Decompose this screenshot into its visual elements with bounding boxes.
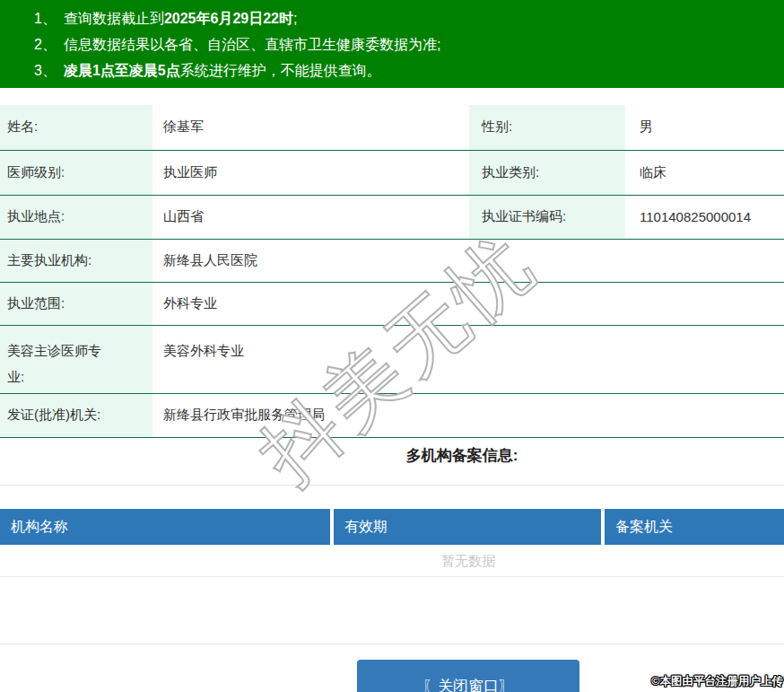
records-col-authority: 备案机关 [605, 509, 784, 545]
practice-scope-value: 外科专业 [152, 282, 784, 325]
records-section-title-text: 多机构备案信息: [406, 447, 518, 464]
notice-item: 2、信息数据结果以各省、自治区、直辖市卫生健康委数据为准; [34, 31, 775, 57]
notice-text: 系统进行维护，不能提供查询。 [180, 63, 381, 78]
table-row: 发证(批准)机关: 新绛县行政审批服务管理局 [0, 393, 784, 437]
table-row: 主要执业机构: 新绛县人民医院 [0, 239, 784, 282]
table-row: 姓名: 徐基军 性别: 男 [0, 105, 784, 150]
practice-location-label: 执业地点: [0, 195, 152, 239]
notice-text-bold: 凌晨1点至凌晨5点 [64, 63, 180, 78]
certificate-number-label: 执业证书编码: [469, 195, 625, 239]
records-col-institution: 机构名称 [0, 509, 330, 545]
notice-text: 信息数据结果以各省、自治区、直辖市卫生健康委数据为准; [64, 37, 440, 52]
records-col-validity: 有效期 [334, 509, 601, 545]
issuing-authority-label: 发证(批准)机关: [0, 393, 152, 437]
gender-label: 性别: [469, 105, 625, 150]
upload-credit-text: ©本图由平台注册用户上传 [651, 674, 783, 689]
name-value: 徐基军 [152, 105, 469, 150]
cosmetic-specialty-label: 美容主诊医师专业: [0, 325, 152, 393]
records-section-title: 多机构备案信息: [0, 445, 784, 466]
issuing-authority-value: 新绛县行政审批服务管理局 [152, 393, 784, 437]
notice-text: 查询数据截止到 [64, 11, 164, 26]
cosmetic-specialty-value: 美容外科专业 [152, 325, 784, 393]
doctor-level-label: 医师级别: [0, 150, 152, 195]
section-divider [0, 485, 784, 486]
practice-category-value: 临床 [625, 150, 784, 195]
practice-scope-label: 执业范围: [0, 282, 152, 325]
notice-number: 2、 [34, 37, 57, 52]
notice-banner: 1、查询数据截止到2025年6月29日22时; 2、信息数据结果以各省、自治区、… [0, 0, 784, 88]
notice-item: 1、查询数据截止到2025年6月29日22时; [34, 5, 775, 31]
certificate-number-value: 110140825000014 [625, 195, 784, 239]
notice-number: 1、 [34, 11, 57, 26]
name-label: 姓名: [0, 105, 152, 150]
table-row: 医师级别: 执业医师 执业类别: 临床 [0, 150, 784, 195]
practice-category-label: 执业类别: [469, 150, 625, 195]
empty-data-text: 暂无数据 [441, 553, 495, 568]
main-institution-value: 新绛县人民医院 [152, 239, 784, 282]
practice-location-value: 山西省 [152, 195, 469, 239]
main-institution-label: 主要执业机构: [0, 239, 152, 282]
records-table-header: 机构名称 有效期 备案机关 [0, 509, 784, 545]
notice-number: 3、 [34, 63, 57, 78]
notice-item: 3、凌晨1点至凌晨5点系统进行维护，不能提供查询。 [34, 57, 775, 83]
notice-text: ; [293, 11, 297, 26]
table-row: 美容主诊医师专业: 美容外科专业 [0, 325, 784, 393]
notice-text-bold: 2025年6月29日22时 [164, 11, 293, 26]
footer-divider [0, 644, 784, 644]
doctor-level-value: 执业医师 [152, 150, 469, 195]
cosmetic-specialty-label-text: 美容主诊医师专业: [7, 337, 108, 390]
records-empty-row: 暂无数据 [0, 545, 784, 577]
table-row: 执业范围: 外科专业 [0, 282, 784, 325]
practitioner-info-table: 姓名: 徐基军 性别: 男 医师级别: 执业医师 执业类别: 临床 执业地点: … [0, 105, 784, 438]
close-window-button[interactable]: 〖关闭窗口〗 [357, 660, 579, 692]
table-row: 执业地点: 山西省 执业证书编码: 110140825000014 [0, 195, 784, 239]
license-query-page: 1、查询数据截止到2025年6月29日22时; 2、信息数据结果以各省、自治区、… [0, 0, 784, 692]
gender-value: 男 [625, 105, 784, 150]
